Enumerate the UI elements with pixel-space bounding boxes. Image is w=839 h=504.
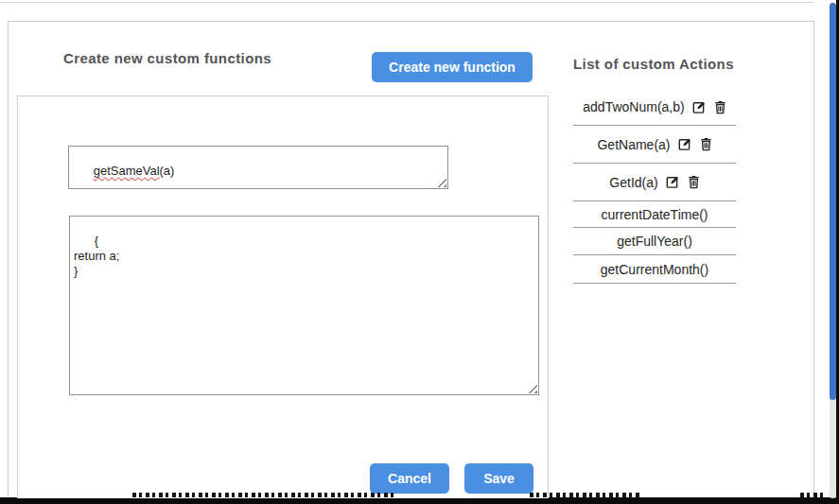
clipped-background-text [800,493,827,497]
list-item: GetName(a) [573,126,736,164]
function-name-args: (a) [160,164,175,178]
clipped-background-text [530,493,641,497]
resize-handle-icon[interactable] [437,178,446,187]
cancel-button[interactable]: Cancel [370,463,449,494]
function-editor-panel: getSameVal(a) { return a; } Cancel Save [17,96,549,498]
resize-handle-icon[interactable] [528,384,537,393]
page-title: Create new custom functions [63,50,271,66]
action-label: getFullYear() [617,234,692,249]
create-new-function-button[interactable]: Create new function [372,52,533,82]
list-item: getFullYear() [573,228,736,255]
trash-icon[interactable] [714,100,726,114]
list-item: getCurrentMonth() [573,255,736,284]
list-item: GetId(a) [573,164,736,201]
function-name-text: getSameVal [94,164,160,178]
create-function-modal: Create new custom functions Create new f… [8,21,814,497]
trash-icon[interactable] [688,175,700,189]
scrollbar-thumb[interactable] [830,3,836,400]
window-bottom-edge [0,497,839,504]
action-label: GetId(a) [609,175,657,190]
list-item: currentDateTime() [573,201,736,228]
action-label: getCurrentMonth() [601,262,708,277]
action-label: GetName(a) [597,137,670,152]
list-item: addTwoNum(a,b) [573,89,736,126]
function-body-text: { return a; } [74,234,119,278]
function-name-input[interactable]: getSameVal(a) [68,146,448,189]
edit-icon[interactable] [666,175,680,189]
save-button[interactable]: Save [464,463,533,494]
function-body-input[interactable]: { return a; } [69,216,539,395]
vertical-scrollbar[interactable] [830,2,836,498]
trash-icon[interactable] [700,137,712,151]
window-top-border [0,2,814,3]
edit-icon[interactable] [692,100,707,114]
edit-icon[interactable] [678,137,692,151]
clipped-background-text [132,493,395,497]
action-label: addTwoNum(a,b) [583,99,684,114]
custom-actions-list: addTwoNum(a,b) GetName(a) [573,89,736,284]
action-label: currentDateTime() [601,207,708,222]
actions-list-title: List of custom Actions [573,56,734,72]
